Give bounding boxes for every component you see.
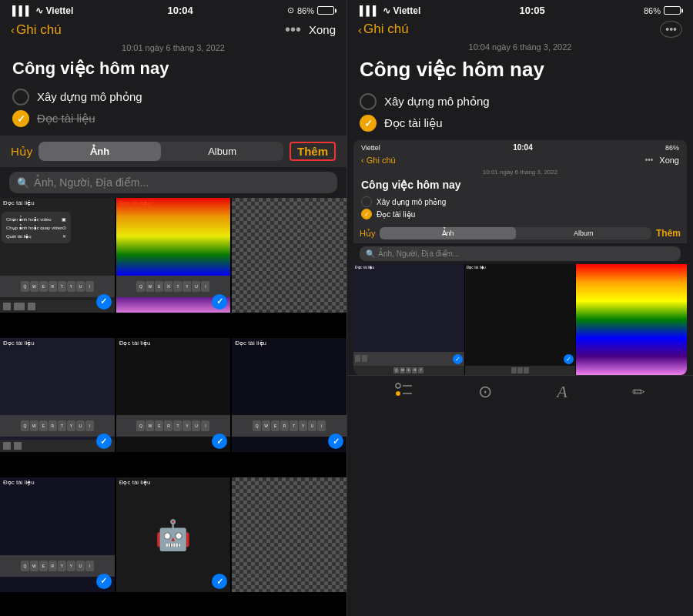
photo-check-7[interactable]: ✓: [212, 574, 227, 589]
text-bottom-icon[interactable]: A: [557, 382, 567, 402]
right-back-button[interactable]: ‹ Ghi chú: [358, 22, 409, 37]
inner-checkbox-1[interactable]: [361, 196, 372, 207]
inner-tabs: Ảnh Album: [380, 227, 651, 239]
battery-icon: [317, 6, 334, 15]
inner-more[interactable]: •••: [645, 156, 654, 165]
search-bar[interactable]: 🔍 Ảnh, Người, Địa điểm...: [9, 172, 337, 193]
inner-carrier: Viettel: [361, 144, 380, 152]
grid-tool-icon: [3, 303, 11, 310]
right-checklist: Xây dựng mô phỏng Đọc tài liệu: [347, 88, 693, 140]
inner-photo-cell-1[interactable]: Đọc tài liệu ✓: [465, 264, 576, 375]
menu-text-3: Quét tài liệu: [6, 233, 32, 239]
inner-back[interactable]: ‹ Ghi chú: [361, 156, 396, 165]
checklist-text-1: Xây dựng mô phỏng: [37, 90, 142, 104]
right-checkbox-1[interactable]: [360, 93, 377, 110]
photo-cell-0[interactable]: Đọc tài liệu Chọn ảnh hoặc video ▣ Chụp …: [0, 198, 115, 313]
right-note-timestamp: 10:04 ngày 6 tháng 3, 2022: [347, 41, 693, 55]
photo-cell-7[interactable]: Đọc tài liệu 🤖 ✓: [116, 477, 231, 592]
inner-checklist: Xây dựng mô phỏng Đọc tài liệu: [353, 194, 687, 223]
photo-check-4[interactable]: ✓: [212, 434, 227, 449]
checker-bg-2: [232, 198, 346, 313]
inner-check-1: Xây dựng mô phỏng: [361, 196, 679, 208]
inner-search[interactable]: 🔍 Ảnh, Người, Địa điểm...: [360, 246, 681, 261]
photo-check-6[interactable]: ✓: [96, 574, 112, 589]
photo-check-5[interactable]: ✓: [328, 434, 343, 449]
left-carrier: ▌▌▌ ∿ Viettel: [12, 5, 73, 16]
note-title: Công việc hôm nay: [0, 55, 346, 83]
left-status-right: ⊙ 86%: [287, 5, 334, 15]
back-button[interactable]: ‹ Ghi chú: [11, 22, 62, 38]
inner-tab-album[interactable]: Album: [516, 227, 651, 239]
camera-bottom-icon[interactable]: ⊙: [478, 382, 492, 402]
inner-photo-label-1: Đọc tài liệu: [467, 265, 486, 270]
wifi-icon: ∿: [35, 5, 43, 16]
right-checkbox-2[interactable]: [360, 115, 377, 132]
inner-toolbar-0: [353, 352, 464, 366]
inner-check-1[interactable]: ✓: [564, 354, 574, 364]
menu-item-1[interactable]: Chọn ảnh hoặc video ▣: [6, 215, 66, 223]
tab-album[interactable]: Album: [161, 142, 283, 161]
photo-label-0: Đọc tài liệu: [3, 199, 35, 206]
key-row-3: QWERTYUI: [21, 420, 94, 431]
left-time: 10:04: [168, 5, 193, 16]
keyboard-mock-0: Q W E R T Y U I: [0, 276, 115, 297]
add-button[interactable]: Thêm: [290, 142, 336, 161]
signal-icon: ▌▌▌: [12, 5, 32, 16]
svg-point-0: [396, 383, 400, 388]
format-tool-icon: [28, 303, 35, 310]
photo-cell-8[interactable]: [232, 477, 346, 592]
key-row-0: Q W E R T Y U I: [21, 281, 94, 292]
inner-tool-0a: [355, 355, 360, 362]
photo-cell-3[interactable]: Đọc tài liệu QWERTYUI ✓: [0, 338, 115, 453]
right-checklist-item-2: Đọc tài liệu: [360, 112, 681, 134]
inner-check-2: Đọc tài liệu: [361, 208, 679, 220]
menu-item-2[interactable]: Chụp ảnh hoặc quay video ⊙: [6, 223, 66, 232]
menu-icon-3: ✕: [62, 233, 66, 239]
inner-checkbox-2[interactable]: [361, 209, 372, 219]
photo-check-3[interactable]: ✓: [96, 434, 112, 449]
location-icon: ⊙: [287, 5, 294, 15]
inner-keyboard-0: Q W E R T: [353, 366, 464, 375]
key-row-1: QWERTYUI: [136, 281, 209, 292]
checklist: Xây dựng mô phỏng Đọc tài liệu: [0, 83, 346, 136]
inner-photo-cell-2[interactable]: [576, 264, 687, 375]
checkbox-1[interactable]: [12, 89, 29, 105]
checkbox-2[interactable]: [12, 110, 29, 127]
photo-cell-4[interactable]: Đọc tài liệu QWERTYUI ✓: [116, 338, 231, 453]
photo-cell-5[interactable]: Đọc tài liệu QWERTYUI ✓: [232, 338, 346, 453]
inner-photo-cell-0[interactable]: Đọc tài liệu Q W E R T ✓: [353, 264, 464, 375]
inner-tab-photo[interactable]: Ảnh: [380, 227, 515, 239]
wifi-icon-r: ∿: [383, 5, 390, 16]
inner-add-button[interactable]: Thêm: [656, 228, 681, 239]
photo-grid: Đọc tài liệu Chọn ảnh hoặc video ▣ Chụp …: [0, 198, 346, 616]
tab-photo[interactable]: Ảnh: [38, 142, 161, 161]
photo-label-5: Đọc tài liệu: [235, 340, 266, 346]
edit-bottom-icon[interactable]: ✏: [632, 383, 645, 401]
inner-check-0[interactable]: ✓: [453, 354, 463, 364]
checker-bg-8: [232, 477, 346, 592]
photo-cell-2[interactable]: [232, 198, 346, 313]
key-E: E: [39, 281, 48, 292]
search-icon: 🔍: [17, 177, 29, 189]
more-options-button[interactable]: •••: [285, 21, 301, 38]
right-more-options-button[interactable]: •••: [660, 21, 682, 38]
done-button[interactable]: Xong: [309, 23, 336, 36]
key-W: W: [30, 281, 38, 292]
photo-cell-6[interactable]: Đọc tài liệu QWERTYUI ✓: [0, 477, 115, 592]
search-placeholder: Ảnh, Người, Địa điểm...: [34, 176, 149, 189]
photo-check-1[interactable]: ✓: [212, 294, 227, 310]
photo-check-0[interactable]: ✓: [96, 294, 112, 310]
checklist-bottom-icon[interactable]: [395, 382, 413, 401]
tool-icon-3b: [14, 442, 22, 450]
battery-percent-r: 86%: [644, 6, 661, 15]
right-carrier: ▌▌▌ ∿ Viettel: [360, 5, 420, 16]
inner-done[interactable]: Xong: [659, 156, 679, 165]
cancel-button[interactable]: Hủy: [11, 145, 32, 159]
right-nav-bar: ‹ Ghi chú •••: [347, 18, 693, 41]
photo-label-3: Đọc tài liệu: [3, 340, 35, 346]
inner-cancel[interactable]: Hủy: [360, 229, 375, 239]
photo-cell-1[interactable]: Đọc tài liệu QWERTYUI ✓: [116, 198, 231, 313]
right-checklist-text-2: Đọc tài liệu: [384, 116, 443, 130]
menu-item-3[interactable]: Quét tài liệu ✕: [6, 232, 66, 240]
right-status-right: 86%: [644, 6, 681, 15]
